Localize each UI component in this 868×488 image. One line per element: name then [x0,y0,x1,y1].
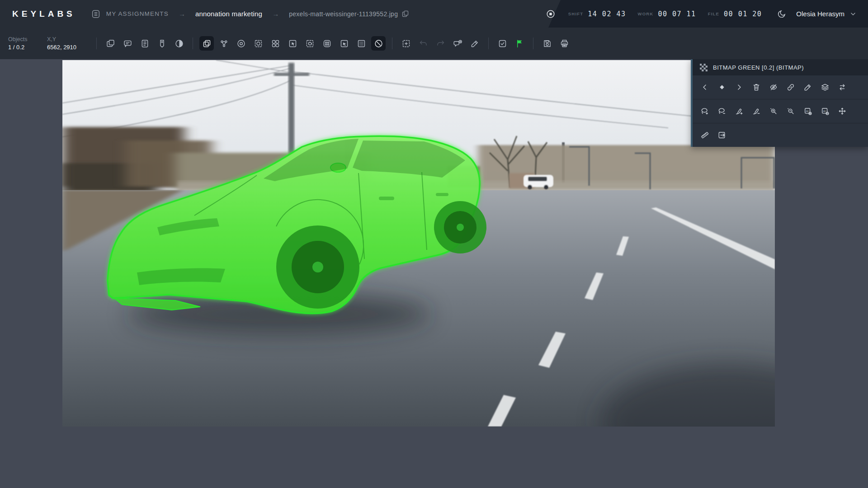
chevron-down-icon [850,11,856,17]
photo-image [62,60,775,427]
bitmap-layers-icon[interactable] [199,36,214,51]
magic-add-icon[interactable] [767,104,780,118]
brush-add-icon[interactable] [732,104,746,118]
cursor-box-icon[interactable] [337,36,351,51]
trash-icon[interactable] [750,80,763,94]
class-panel-title: BITMAP GREEN [0.2] (BITMAP) [713,64,804,71]
task-check-icon[interactable] [495,36,509,51]
hide-icon[interactable] [767,80,780,94]
objects-label: Objects [8,36,33,42]
breadcrumb-project[interactable]: annonation marketing [195,10,262,18]
edit-export-icon[interactable] [715,128,729,142]
diamond-icon[interactable] [715,80,729,94]
toolbar-group-file [103,36,186,51]
save-icon[interactable] [540,36,554,51]
toolbar-divider [96,38,97,49]
draw-icon[interactable] [467,36,482,51]
file-timer-value: 00 01 20 [724,10,762,18]
print-icon[interactable] [557,36,571,51]
contrast-icon[interactable] [172,36,186,51]
redo-icon [433,36,448,51]
checker-pattern-icon [700,64,708,71]
breadcrumb-arrow-icon: → [179,10,185,18]
chevron-right-icon [732,80,746,94]
copy-filename-icon[interactable] [401,10,409,18]
toolbar-group-shapes [199,36,386,51]
dark-mode-icon[interactable] [777,9,786,19]
shift-timer-value: 14 02 43 [588,10,626,18]
objects-counter: Objects 1 / 0.2 [8,36,33,51]
breadcrumb-assignments[interactable]: MY ASSIGNMENTS [106,10,169,17]
circle-tool-icon[interactable] [234,36,248,51]
car-rear-wheel [434,201,486,253]
user-name: Olesia Herasym [796,10,844,18]
svg-text:AI: AI [823,110,826,113]
magic-subtract-icon[interactable] [784,104,797,118]
app-root: KEYLABS MY ASSIGNMENTS → annonation mark… [0,0,868,488]
toolbar-divider [193,38,193,49]
toolbar-divider [392,38,392,49]
duplicate-icon[interactable] [103,36,118,51]
shift-timer: SHIFT 14 02 43 [568,10,626,18]
objects-value: 1 / 0.2 [8,44,33,51]
comment-add-icon[interactable] [450,36,465,51]
svg-text:AI: AI [806,110,809,113]
pointer-box-icon[interactable] [285,36,300,51]
toolbar-divider [533,38,533,49]
panel-row-object [693,75,868,99]
work-timer: WORK 00 07 11 [638,10,696,18]
main-toolbar: Objects 1 / 0.2 X,Y 6562, 2910 [0,28,868,59]
toolbar-group-edit [399,36,482,51]
keylabs-logo: KEYLABS [12,9,75,19]
ai-add-icon[interactable]: AI [801,104,815,118]
file-timer-label: FILE [708,11,719,16]
coords-value: 6562, 2910 [47,44,76,51]
marquee-add-icon[interactable] [399,36,413,51]
assignments-icon[interactable] [91,9,101,19]
workspace: BITMAP GREEN [0.2] (BITMAP) AIAI [0,59,868,488]
brush-subtract-icon[interactable] [750,104,763,118]
cursor-coordinates: X,Y 6562, 2910 [47,36,76,51]
shift-timer-label: SHIFT [568,11,583,16]
skeleton-icon[interactable] [217,36,231,51]
file-timer: FILE 00 01 20 [708,10,762,18]
comment-icon[interactable] [120,36,135,51]
none-tool-icon[interactable] [371,36,386,51]
edit-icon[interactable] [801,80,815,94]
toolbar-group-output [540,36,571,51]
class-panel-header[interactable]: BITMAP GREEN [0.2] (BITMAP) [693,59,868,75]
work-timer-label: WORK [638,11,654,16]
link-icon[interactable] [784,80,797,94]
panel-row-measure [693,123,868,147]
move-icon[interactable] [835,104,849,118]
session-area: SHIFT 14 02 43 WORK 00 07 11 FILE 00 01 … [546,0,868,28]
ai-subtract-icon[interactable]: AI [818,104,832,118]
undo-icon [416,36,430,51]
swap-icon[interactable] [835,80,849,94]
panel-row-mask-tools: AIAI [693,99,868,123]
four-circles-icon[interactable] [320,36,334,51]
chevron-left-icon [698,80,712,94]
smart-box-icon[interactable] [251,36,265,51]
details-icon[interactable] [137,36,152,51]
top-bar: KEYLABS MY ASSIGNMENTS → annonation mark… [0,0,868,28]
dot-grid-icon[interactable] [354,36,368,51]
tag-icon[interactable] [155,36,169,51]
class-panel: BITMAP GREEN [0.2] (BITMAP) AIAI [691,59,868,147]
user-menu[interactable]: Olesia Herasym [796,10,856,18]
breadcrumb: KEYLABS MY ASSIGNMENTS → annonation mark… [0,0,409,28]
auto-spiral-icon[interactable] [302,36,317,51]
layers-icon[interactable] [818,80,832,94]
annotation-canvas[interactable] [62,60,775,427]
utility-pole-crossbar [274,73,309,76]
flag-icon[interactable] [512,36,527,51]
stop-timer-icon[interactable] [546,9,556,19]
toolbar-group-review [495,36,527,51]
lasso-add-icon[interactable] [698,104,712,118]
work-timer-value: 00 07 11 [658,10,696,18]
ruler-icon[interactable] [698,128,712,142]
toolbar-divider [488,38,489,49]
lasso-subtract-icon[interactable] [715,104,729,118]
four-squares-icon[interactable] [268,36,283,51]
breadcrumb-arrow-icon: → [272,10,279,18]
